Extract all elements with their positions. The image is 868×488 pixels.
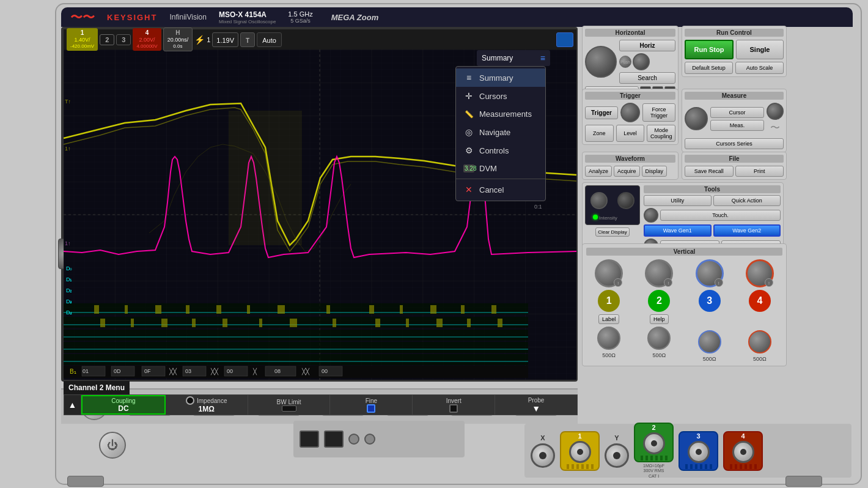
force-trigger-button[interactable]: Force Trigger (642, 103, 675, 122)
ch2-help-btn[interactable]: Help (650, 314, 669, 324)
ch3-badge[interactable]: 3 (116, 34, 131, 45)
svg-rect-7 (64, 342, 528, 353)
ch4-num-btn[interactable]: 4 (749, 290, 771, 312)
d4-label: D₄ (66, 309, 73, 316)
h-badge[interactable]: H 20.00ns/ 0.0s (163, 28, 193, 51)
ch4-vertical-group: ↕ 4 500Ω (746, 259, 774, 362)
ch2-vert-wave-knob[interactable] (647, 327, 671, 350)
analyze-button[interactable]: Analyze (585, 166, 612, 177)
power-button[interactable]: ⏻ (99, 432, 126, 459)
ch4-vert-knob[interactable]: ↕ (746, 259, 774, 287)
demo-port-2 (364, 434, 375, 445)
wave-gen1-button[interactable]: Wave Gen1 (644, 224, 712, 237)
ch3-num-btn[interactable]: 3 (699, 290, 721, 312)
mode-coupling-button[interactable]: Mode Coupling (647, 125, 675, 142)
mini-display-inner[interactable]: Intensity (586, 186, 639, 224)
dropdown-item-cancel[interactable]: ✕ Cancel (456, 180, 545, 199)
trigger-button[interactable]: Trigger (585, 106, 618, 119)
dropdown-item-controls[interactable]: ⚙ Controls (456, 141, 545, 160)
ch2-vert-knob[interactable]: ↕ (645, 259, 673, 287)
ch1-vert-knob[interactable]: ↕ (595, 259, 623, 287)
dropdown-item-cursors[interactable]: ✛ Cursors (456, 87, 545, 105)
ch2-num-btn[interactable]: 2 (648, 290, 670, 312)
ch2-badge[interactable]: 2 (100, 34, 114, 45)
freq-value: 1.5 GHz (288, 10, 312, 18)
ch1-vert-wave-knob[interactable] (597, 327, 620, 350)
ch3-vert-wave-knob[interactable] (698, 330, 721, 353)
auto-scale-button[interactable]: Auto Scale (735, 62, 784, 74)
print-button[interactable]: Print (735, 166, 784, 177)
svg-rect-37 (436, 319, 443, 327)
default-setup-button[interactable]: Default Setup (685, 62, 733, 74)
dropdown-item-navigate[interactable]: ◎ Navigate (456, 123, 545, 141)
controls-menu-label: Controls (479, 146, 509, 155)
cursors-series-button[interactable]: Cursors Series (685, 138, 784, 149)
ch1-voltage: 1.40V/ (75, 37, 90, 43)
x-connector-group: X (531, 434, 555, 468)
ch1-port-num: 1 (578, 432, 581, 440)
search-button[interactable]: Search (619, 72, 675, 84)
horiz-push-knob[interactable]: Push (619, 56, 631, 68)
ch4-connector-port[interactable]: 4 (723, 431, 763, 471)
x-bnc-port[interactable] (531, 443, 555, 468)
horiz-knob[interactable] (585, 46, 617, 78)
dvm-menu-label: DVM (479, 164, 497, 173)
level-button[interactable]: Level (616, 125, 645, 142)
ch2-connector-port[interactable]: 2 (634, 423, 674, 462)
impedance-btn[interactable]: Impedance 1MΩ (166, 395, 248, 415)
ch1-connector-group: 1 (560, 431, 600, 471)
blue-screen-btn[interactable] (556, 32, 573, 47)
run-stop-button[interactable]: Run Stop (685, 40, 734, 59)
coupling-btn[interactable]: Coupling DC (81, 395, 166, 415)
trig-level-badge[interactable]: 1.19V (212, 32, 238, 47)
dropdown-item-measurements[interactable]: 📏 Measurements (456, 105, 545, 123)
ch3-connector-group: 3 (679, 431, 718, 471)
trigger-knob[interactable] (620, 103, 640, 122)
ch1-connector-port[interactable]: 1 (560, 431, 600, 471)
svg-rect-28 (131, 319, 134, 327)
menu-up-arrow[interactable]: ▲ (64, 395, 81, 415)
ch3-connector-port[interactable]: 3 (679, 431, 718, 471)
ch1-num-btn[interactable]: 1 (598, 290, 620, 312)
horiz-button[interactable]: Horiz (619, 40, 675, 51)
y-bnc-port[interactable] (605, 443, 629, 468)
ch1-offset: -420.00mV (70, 43, 94, 50)
bottom-menu-bar: ▲ Coupling DC Impedance 1MΩ BW Limit Fin… (64, 394, 578, 415)
meas-button[interactable]: Meas. (710, 120, 764, 131)
dropdown-item-summary[interactable]: ≡ Summary (456, 68, 545, 87)
bw-limit-btn[interactable]: BW Limit (248, 395, 331, 415)
ch3-vert-knob[interactable]: ↕ (696, 259, 724, 287)
fine-btn[interactable]: Fine (330, 395, 413, 415)
svg-text:B₁: B₁ (70, 368, 76, 375)
ch4-badge[interactable]: 4 2.00V/ 4.00000V (133, 28, 161, 50)
measure-knob[interactable] (685, 107, 708, 130)
dropdown-item-dvm[interactable]: 3.28 DVM (456, 160, 545, 177)
ch4-port-num: 4 (741, 432, 745, 440)
fine-indicator (367, 404, 375, 413)
wave-gen2-button[interactable]: Wave Gen2 (713, 224, 781, 237)
save-recall-button[interactable]: Save Recall (685, 166, 734, 177)
ch1-badge[interactable]: 1 1.40V/ -420.00mV (67, 28, 98, 50)
ch1-label-btn[interactable]: Label (598, 314, 619, 324)
horiz-search-knob[interactable] (633, 53, 650, 70)
ch4-vert-wave-knob[interactable] (748, 330, 771, 353)
zone-button[interactable]: Zone (585, 125, 614, 142)
single-button[interactable]: Single (736, 40, 784, 59)
measure-right-knob[interactable] (767, 103, 784, 120)
invert-btn[interactable]: Invert (413, 395, 495, 415)
measure-section-title: Measure (685, 92, 784, 100)
cursor-button[interactable]: Cursor (710, 107, 764, 118)
t-badge[interactable]: T (240, 32, 255, 47)
display-button[interactable]: Display (642, 166, 668, 177)
touch-button[interactable]: Touch. (660, 210, 781, 221)
ch3-connector-teeth (683, 464, 715, 469)
clear-display-button[interactable]: Clear Display (595, 227, 630, 237)
probe-btn[interactable]: Probe ▼ (495, 395, 577, 415)
utility-button[interactable]: Utility (644, 195, 712, 206)
quick-action-button[interactable]: Quick Action (713, 195, 781, 206)
probe-arrow-icon: ▼ (532, 404, 540, 413)
svg-text:1↑: 1↑ (65, 146, 71, 152)
tools-right-knob[interactable] (644, 208, 658, 223)
acquire-button[interactable]: Acquire (614, 166, 640, 177)
left-foot (67, 476, 104, 487)
